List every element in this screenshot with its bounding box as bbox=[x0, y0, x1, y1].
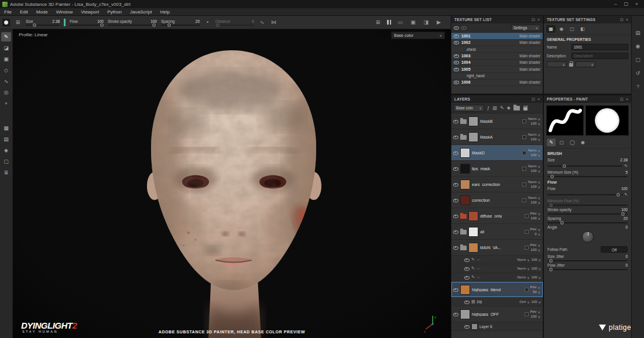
stroke-opacity-slider[interactable] bbox=[108, 25, 157, 26]
mask-tool-icon[interactable]: ▦ bbox=[1, 123, 11, 133]
add-paint-layer-icon[interactable]: ✎ bbox=[500, 105, 504, 111]
blend-mode-dropdown[interactable]: Norm bbox=[528, 117, 540, 121]
menu-javascript[interactable]: JavaScript bbox=[126, 9, 156, 15]
flow-jitter-slider[interactable] bbox=[547, 269, 628, 270]
layer-eye-icon[interactable] bbox=[453, 288, 458, 292]
opacity-dropdown[interactable]: 100 bbox=[531, 248, 540, 252]
visibility-eye-icon[interactable] bbox=[454, 54, 459, 58]
mask-checkbox[interactable] bbox=[525, 312, 529, 316]
layer-row[interactable]: MaskD Norm100 bbox=[451, 145, 543, 161]
tab-channels-icon[interactable]: ▦ bbox=[546, 25, 556, 33]
size-slider[interactable] bbox=[26, 25, 60, 26]
size-control[interactable]: Size2.38 bbox=[26, 19, 60, 26]
channel-subrow[interactable]: ✎— Norm100 bbox=[451, 264, 543, 273]
layer-row[interactable]: highpass_OFF Pthr100 bbox=[451, 306, 543, 322]
layer-row[interactable]: diffuse_only Pthr100 bbox=[451, 208, 543, 224]
stencil-tab-icon[interactable]: ▢ bbox=[557, 139, 566, 146]
layer-thumbnail[interactable] bbox=[460, 148, 470, 158]
channel-eye-icon[interactable] bbox=[464, 267, 470, 271]
capture-button[interactable]: ◨ bbox=[422, 19, 430, 25]
delete-layer-icon[interactable] bbox=[523, 105, 528, 111]
mask-checkbox[interactable] bbox=[522, 182, 526, 187]
layer-eye-icon[interactable] bbox=[453, 119, 458, 123]
pause-engine-button[interactable] bbox=[387, 20, 391, 25]
close-icon[interactable]: × bbox=[537, 18, 540, 22]
opacity-dropdown[interactable]: 100 bbox=[531, 169, 540, 173]
layer-eye-icon[interactable] bbox=[453, 230, 458, 234]
stroke-opacity-slider[interactable] bbox=[547, 213, 628, 215]
description-input[interactable] bbox=[571, 53, 628, 59]
opacity-dropdown[interactable]: 100 bbox=[531, 216, 540, 220]
dock-icon[interactable]: ⊡ bbox=[532, 18, 535, 22]
blend-mode-dropdown[interactable]: Ovrl bbox=[519, 300, 529, 304]
channel-subrow[interactable]: ✎— Norm100 bbox=[451, 256, 543, 264]
mini-dropdown[interactable] bbox=[547, 61, 567, 67]
eraser-tool-icon[interactable]: ◪ bbox=[1, 43, 11, 53]
brush-preset-icon[interactable]: ⊞ bbox=[14, 19, 22, 25]
opacity-dropdown[interactable]: 100 bbox=[532, 300, 541, 304]
close-button[interactable]: × bbox=[635, 0, 638, 8]
texture-set-row[interactable]: 1001 Main shader bbox=[451, 33, 543, 40]
size-value[interactable]: 2.38 bbox=[52, 19, 60, 23]
min-size-slider[interactable] bbox=[547, 176, 628, 177]
layer-eye-icon[interactable] bbox=[453, 312, 458, 316]
opacity-dropdown[interactable]: 100 bbox=[531, 122, 540, 126]
flow-control[interactable]: Flow100 bbox=[70, 19, 104, 26]
blend-mode-dropdown[interactable]: Norm bbox=[528, 180, 540, 184]
mask-checkbox[interactable] bbox=[522, 198, 526, 202]
stroke-align-icon[interactable]: • bbox=[204, 19, 211, 25]
visibility-eye-icon[interactable] bbox=[454, 34, 459, 38]
layer-thumbnail[interactable] bbox=[468, 132, 478, 142]
visibility-eye-icon[interactable] bbox=[454, 67, 459, 71]
mask-checkbox[interactable] bbox=[525, 288, 529, 292]
viewport-grid-button[interactable]: ⊞ bbox=[374, 19, 382, 25]
blend-mode-dropdown[interactable]: Norm bbox=[528, 196, 540, 200]
opacity-dropdown[interactable]: 100 bbox=[531, 137, 540, 142]
fill-effect-subrow[interactable]: ▧ Fill Ovrl100 bbox=[451, 298, 543, 306]
blend-mode-dropdown[interactable]: Pthr bbox=[530, 310, 540, 314]
angle-dial[interactable] bbox=[582, 231, 594, 243]
layer-row[interactable]: MaskA Norm100 bbox=[451, 129, 543, 145]
mask-checkbox[interactable] bbox=[522, 135, 526, 139]
channel-eye-icon[interactable] bbox=[464, 275, 470, 280]
close-icon[interactable]: × bbox=[626, 18, 628, 22]
layer-eye-icon[interactable] bbox=[453, 151, 458, 155]
menu-help[interactable]: Help bbox=[156, 9, 173, 15]
camera-button[interactable]: ▣ bbox=[409, 19, 417, 25]
layer-thumbnail[interactable] bbox=[468, 243, 478, 253]
opacity-dropdown[interactable]: 0 bbox=[535, 232, 540, 236]
maximize-button[interactable]: ▢ bbox=[624, 0, 629, 8]
name-input[interactable] bbox=[571, 44, 628, 50]
layer-row[interactable]: Layer 8 bbox=[451, 322, 543, 331]
size-jitter-slider[interactable] bbox=[547, 260, 628, 261]
stroke-opacity-control[interactable]: Stroke opacity100 bbox=[108, 19, 157, 26]
mask-checkbox[interactable] bbox=[525, 214, 529, 218]
flow-slider[interactable] bbox=[70, 25, 104, 26]
menu-viewport[interactable]: Viewport bbox=[77, 9, 103, 15]
material-tab-icon[interactable]: ◉ bbox=[578, 139, 587, 146]
layer-thumbnail[interactable] bbox=[468, 227, 478, 237]
spacing-slider[interactable] bbox=[547, 222, 628, 223]
mask-checkbox[interactable] bbox=[522, 119, 526, 123]
shader-settings-icon[interactable]: ◉ bbox=[636, 43, 640, 49]
history-icon[interactable]: ↺ bbox=[636, 70, 640, 76]
menu-python[interactable]: Python bbox=[103, 9, 126, 15]
viewport-frame-button[interactable]: ▭ bbox=[396, 19, 404, 25]
display-settings-icon[interactable]: ▤ bbox=[635, 30, 640, 36]
spacing-control[interactable]: Spacing20 bbox=[161, 19, 200, 26]
lazy-mouse-icon[interactable]: ∿ bbox=[258, 19, 266, 25]
opacity-dropdown[interactable]: 100 bbox=[532, 258, 541, 262]
polygon-fill-tool-icon[interactable]: ◇ bbox=[1, 65, 11, 75]
layer-thumbnail[interactable] bbox=[471, 323, 478, 330]
menu-window[interactable]: Window bbox=[52, 9, 77, 15]
stroke-opacity-value[interactable]: 100 bbox=[150, 19, 157, 23]
layer-channel-dropdown[interactable]: Base colo bbox=[454, 105, 484, 112]
dock-icon[interactable]: ⊡ bbox=[620, 97, 624, 102]
brush-tab-icon[interactable]: ✎ bbox=[547, 139, 556, 146]
symmetry-icon[interactable]: ⋈ bbox=[270, 19, 278, 25]
texture-set-row[interactable]: 1002 Main shader bbox=[451, 40, 543, 47]
blend-mode-dropdown[interactable]: Pthr bbox=[530, 285, 540, 289]
layer-eye-icon[interactable] bbox=[453, 182, 458, 187]
spacing-value[interactable]: 20 bbox=[196, 19, 200, 23]
blend-mode-dropdown[interactable]: Pthr bbox=[530, 243, 540, 247]
